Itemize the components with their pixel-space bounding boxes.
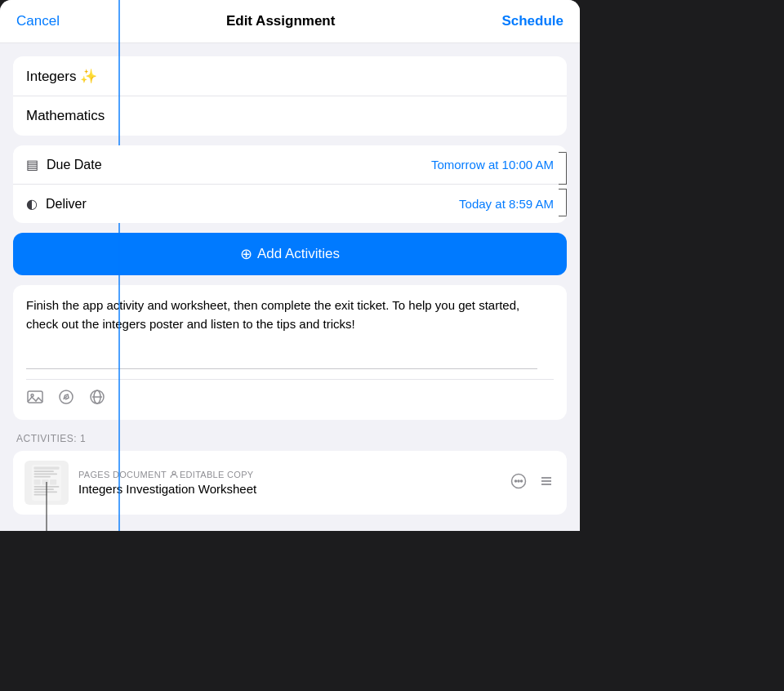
activities-section: ACTIVITIES: 1 <box>13 433 567 515</box>
svg-rect-14 <box>50 479 56 485</box>
reorder-icon[interactable] <box>537 472 555 494</box>
svg-point-1 <box>31 395 33 397</box>
description-underline <box>26 368 537 369</box>
due-date-row[interactable]: ▤ Due Date Tomorrow at 10:00 AM <box>13 145 567 185</box>
schedule-button[interactable]: Schedule <box>501 13 564 29</box>
calendar-icon: ▤ <box>26 157 38 172</box>
svg-point-23 <box>521 480 523 482</box>
image-icon[interactable] <box>26 388 44 410</box>
modal-title: Edit Assignment <box>226 13 336 29</box>
bottom-cursor-line <box>46 482 47 531</box>
clock-icon: ◐ <box>26 196 38 212</box>
svg-rect-10 <box>34 474 58 475</box>
activity-info: PAGES DOCUMENT EDITABLE COPY Integers In… <box>78 470 500 496</box>
pencil-icon[interactable] <box>57 388 75 410</box>
deliver-label: Deliver <box>46 197 87 212</box>
plus-circle-icon: ⊕ <box>240 245 252 263</box>
due-date-value: Tomorrow at 10:00 AM <box>431 158 554 172</box>
bracket-bottom <box>559 189 567 216</box>
cursor-line <box>118 0 120 531</box>
add-activities-label: Add Activities <box>257 246 340 262</box>
svg-rect-9 <box>34 470 54 472</box>
modal-container: Cancel Edit Assignment Schedule ▤ Due Da… <box>0 0 580 531</box>
deliver-value: Today at 8:59 AM <box>459 197 554 211</box>
title-section <box>13 56 567 136</box>
cancel-button[interactable]: Cancel <box>16 13 60 29</box>
svg-rect-12 <box>34 479 41 485</box>
bracket-top <box>559 152 567 185</box>
svg-rect-8 <box>34 466 60 469</box>
svg-point-21 <box>515 480 517 482</box>
description-section: Finish the app activity and worksheet, t… <box>13 285 567 420</box>
svg-rect-16 <box>34 488 54 490</box>
activity-type: PAGES DOCUMENT EDITABLE COPY <box>78 470 500 479</box>
add-activities-button[interactable]: ⊕ Add Activities <box>13 233 567 275</box>
assignment-subtitle-input[interactable] <box>13 96 567 136</box>
due-date-label: Due Date <box>47 158 102 172</box>
activity-name: Integers Investigation Worksheet <box>78 482 500 496</box>
modal-header: Cancel Edit Assignment Schedule <box>0 0 580 43</box>
activity-card: PAGES DOCUMENT EDITABLE COPY Integers In… <box>13 451 567 515</box>
bottom-space <box>0 515 580 531</box>
assignment-title-input[interactable] <box>13 56 567 96</box>
description-text[interactable]: Finish the app activity and worksheet, t… <box>26 296 554 362</box>
more-options-icon[interactable] <box>510 472 528 494</box>
activities-count-label: ACTIVITIES: 1 <box>13 433 567 444</box>
svg-point-22 <box>518 480 519 482</box>
deliver-row[interactable]: ◐ Deliver Today at 8:59 AM <box>13 185 567 223</box>
svg-rect-11 <box>34 476 51 478</box>
date-section: ▤ Due Date Tomorrow at 10:00 AM ◐ Delive… <box>13 145 567 223</box>
activity-actions <box>510 472 555 494</box>
description-toolbar <box>26 379 554 420</box>
link-icon[interactable] <box>88 388 106 410</box>
